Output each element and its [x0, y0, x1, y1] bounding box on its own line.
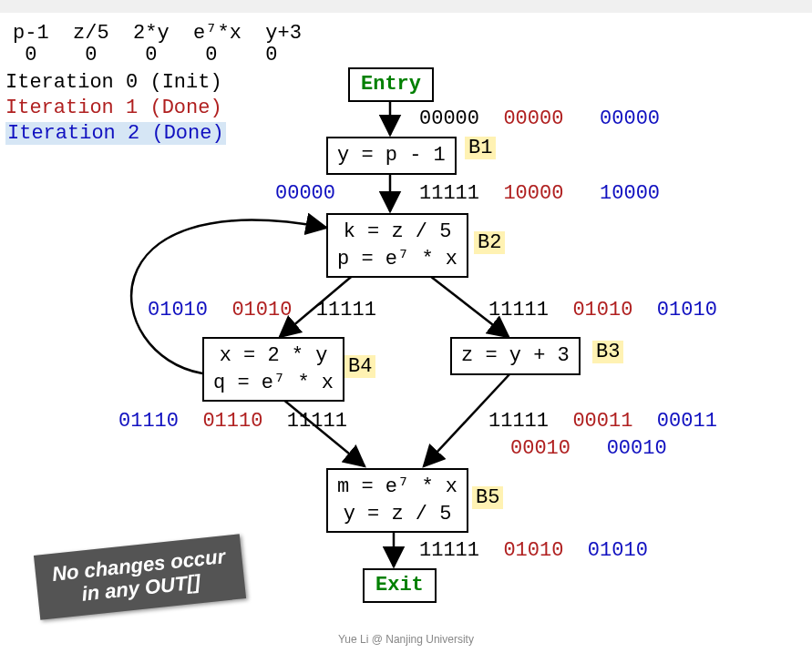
col-e7x: e⁷*x	[193, 22, 242, 45]
iteration-0: Iteration 0 (Init)	[5, 71, 222, 94]
b5-out-bits: 11111 01010 01010	[419, 539, 648, 562]
expr-header: p-1 z/5 2*y e⁷*x y+3	[13, 20, 302, 45]
b3-node: z = y + 3	[450, 337, 581, 375]
b1-line1: y = p - 1	[337, 144, 446, 167]
b1-out-bits: 11111 10000 10000	[419, 182, 660, 205]
b5-line1: m = e⁷ * x	[337, 474, 457, 501]
b2-out-right-bits: 11111 01010 01010	[488, 299, 717, 321]
exit-label: Exit	[375, 574, 424, 597]
b1-label: B1	[465, 137, 496, 159]
entry-out-bits: 00000 00000 00000	[419, 107, 660, 130]
b3-line1: z = y + 3	[461, 344, 570, 367]
col-y3: y+3	[265, 22, 302, 45]
footer: Yue Li @ Nanjing University	[0, 633, 812, 646]
b5-in-bits: 00010 00010	[510, 437, 667, 460]
b5-label: B5	[472, 486, 503, 509]
iteration-2: Iteration 2 (Done)	[5, 122, 226, 145]
b2-node: k = z / 5 p = e⁷ * x	[326, 213, 468, 278]
b4-out-bits: 01110 01110 11111	[118, 410, 347, 433]
entry-node: Entry	[348, 67, 434, 102]
b2-line2: p = e⁷ * x	[337, 246, 457, 273]
b4-line1: x = 2 * y	[213, 342, 334, 370]
b1-node: y = p - 1	[326, 137, 457, 175]
b2-label: B2	[474, 231, 505, 254]
b3-label: B3	[592, 341, 623, 363]
b5-node: m = e⁷ * x y = z / 5	[326, 468, 468, 533]
expr-vals: 0 0 0 0 0	[13, 44, 277, 66]
b3-out-bits: 11111 00011 00011	[488, 410, 717, 433]
b2-in-bits: 00000	[275, 182, 335, 205]
b4-label: B4	[344, 355, 375, 378]
exit-node: Exit	[363, 568, 437, 603]
note-box: No changes occur in any OUT[]	[34, 534, 246, 619]
b4-line2: q = e⁷ * x	[213, 370, 334, 397]
b2-line1: k = z / 5	[337, 219, 457, 246]
col-z5: z/5	[73, 22, 109, 45]
b4-node: x = 2 * y q = e⁷ * x	[202, 337, 344, 402]
entry-label: Entry	[361, 73, 421, 96]
b5-line2: y = z / 5	[337, 501, 457, 528]
col-2y: 2*y	[133, 22, 170, 45]
iteration-1: Iteration 1 (Done)	[5, 97, 222, 119]
b2-out-left-bits: 01010 01010 11111	[148, 299, 376, 321]
col-p1: p-1	[13, 22, 49, 45]
